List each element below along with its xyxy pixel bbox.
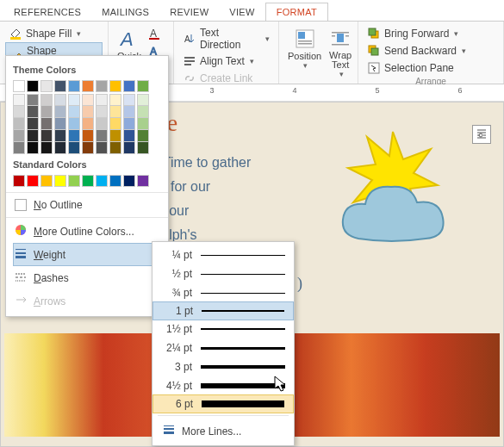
no-outline-item[interactable]: No Outline: [13, 195, 161, 215]
more-outline-colors-item[interactable]: More Outline Colors...: [13, 220, 161, 243]
color-swatch[interactable]: [137, 106, 149, 118]
tab-mailings[interactable]: MAILINGS: [91, 3, 159, 21]
color-swatch[interactable]: [137, 80, 149, 92]
weight-option[interactable]: 3 pt: [152, 357, 294, 376]
color-swatch[interactable]: [123, 80, 135, 92]
weight-option[interactable]: ¾ pt: [152, 283, 294, 302]
color-swatch[interactable]: [13, 106, 25, 118]
color-swatch[interactable]: [123, 94, 135, 106]
color-swatch[interactable]: [54, 142, 66, 154]
weight-option[interactable]: 6 pt: [152, 394, 294, 413]
color-swatch[interactable]: [27, 106, 39, 118]
create-link-label: Create Link: [200, 72, 252, 84]
bring-forward-button[interactable]: Bring Forward▾: [364, 25, 498, 42]
color-swatch[interactable]: [109, 175, 121, 187]
color-swatch[interactable]: [82, 80, 94, 92]
position-button[interactable]: Position▾: [284, 25, 325, 71]
color-swatch[interactable]: [40, 175, 53, 187]
shape-fill-button[interactable]: Shape Fill ▾: [5, 25, 103, 42]
color-swatch[interactable]: [96, 130, 108, 142]
color-swatch[interactable]: [82, 106, 94, 118]
color-swatch[interactable]: [137, 142, 149, 154]
color-swatch[interactable]: [54, 130, 66, 142]
color-swatch[interactable]: [13, 175, 25, 187]
wrap-text-button[interactable]: Wrap Text▾: [325, 25, 356, 80]
weight-option[interactable]: 4½ pt: [152, 376, 294, 395]
color-swatch[interactable]: [68, 118, 80, 130]
color-swatch[interactable]: [82, 130, 94, 142]
color-swatch[interactable]: [123, 175, 135, 187]
text-direction-button[interactable]: A Text Direction▾: [179, 25, 273, 53]
selection-pane-button[interactable]: Selection Pane: [364, 59, 498, 77]
sun-cloud-shape[interactable]: [324, 118, 479, 264]
color-swatch[interactable]: [123, 106, 135, 118]
color-swatch[interactable]: [40, 118, 53, 130]
color-swatch[interactable]: [96, 106, 108, 118]
weight-option[interactable]: 1½ pt: [152, 320, 294, 338]
color-swatch[interactable]: [54, 175, 66, 187]
color-swatch[interactable]: [137, 118, 149, 130]
color-swatch[interactable]: [82, 142, 94, 154]
color-swatch[interactable]: [82, 94, 94, 106]
color-swatch[interactable]: [82, 118, 94, 130]
send-backward-button[interactable]: Send Backward▾: [364, 42, 498, 59]
color-swatch[interactable]: [54, 118, 66, 130]
color-swatch[interactable]: [96, 142, 108, 154]
color-swatch[interactable]: [54, 80, 66, 92]
color-swatch[interactable]: [40, 142, 53, 154]
color-swatch[interactable]: [137, 130, 149, 142]
color-swatch[interactable]: [82, 175, 94, 187]
color-swatch[interactable]: [40, 106, 53, 118]
more-lines-item[interactable]: More Lines...: [152, 419, 294, 442]
color-swatch[interactable]: [54, 94, 66, 106]
text-fill-icon[interactable]: A: [148, 27, 162, 43]
color-swatch[interactable]: [96, 118, 108, 130]
color-swatch[interactable]: [123, 142, 135, 154]
color-swatch[interactable]: [13, 80, 25, 92]
weight-option[interactable]: ¼ pt: [152, 245, 294, 264]
color-swatch[interactable]: [68, 106, 80, 118]
weight-option[interactable]: 1 pt: [152, 301, 294, 320]
color-swatch[interactable]: [137, 94, 149, 106]
color-swatch[interactable]: [27, 118, 39, 130]
color-swatch[interactable]: [109, 106, 121, 118]
color-swatch[interactable]: [109, 130, 121, 142]
color-swatch[interactable]: [13, 130, 25, 142]
tab-format[interactable]: FORMAT: [265, 3, 328, 22]
tab-review[interactable]: REVIEW: [159, 3, 219, 21]
color-swatch[interactable]: [68, 130, 80, 142]
color-swatch[interactable]: [13, 94, 25, 106]
color-swatch[interactable]: [137, 175, 149, 187]
color-swatch[interactable]: [109, 118, 121, 130]
color-swatch[interactable]: [96, 175, 108, 187]
color-swatch[interactable]: [96, 94, 108, 106]
color-swatch[interactable]: [27, 80, 39, 92]
color-swatch[interactable]: [68, 142, 80, 154]
color-swatch[interactable]: [27, 130, 39, 142]
weight-option[interactable]: 2¼ pt: [152, 338, 294, 357]
color-swatch[interactable]: [68, 80, 80, 92]
dashes-item[interactable]: Dashes ▶: [13, 266, 161, 289]
color-swatch[interactable]: [54, 106, 66, 118]
color-swatch[interactable]: [96, 80, 108, 92]
color-swatch[interactable]: [123, 130, 135, 142]
align-text-button[interactable]: Align Text▾: [179, 53, 273, 70]
color-swatch[interactable]: [40, 130, 53, 142]
color-swatch[interactable]: [68, 94, 80, 106]
color-swatch[interactable]: [13, 118, 25, 130]
weight-option[interactable]: ½ pt: [152, 264, 294, 283]
color-swatch[interactable]: [40, 94, 53, 106]
color-swatch[interactable]: [40, 80, 53, 92]
color-swatch[interactable]: [13, 142, 25, 154]
color-swatch[interactable]: [123, 118, 135, 130]
color-swatch[interactable]: [68, 175, 80, 187]
color-swatch[interactable]: [109, 142, 121, 154]
color-swatch[interactable]: [109, 80, 121, 92]
tab-view[interactable]: VIEW: [219, 3, 264, 21]
color-swatch[interactable]: [27, 94, 39, 106]
color-swatch[interactable]: [27, 175, 39, 187]
color-swatch[interactable]: [109, 94, 121, 106]
weight-item[interactable]: Weight ▶: [13, 243, 161, 266]
color-swatch[interactable]: [27, 142, 39, 154]
tab-references[interactable]: REFERENCES: [3, 3, 91, 21]
